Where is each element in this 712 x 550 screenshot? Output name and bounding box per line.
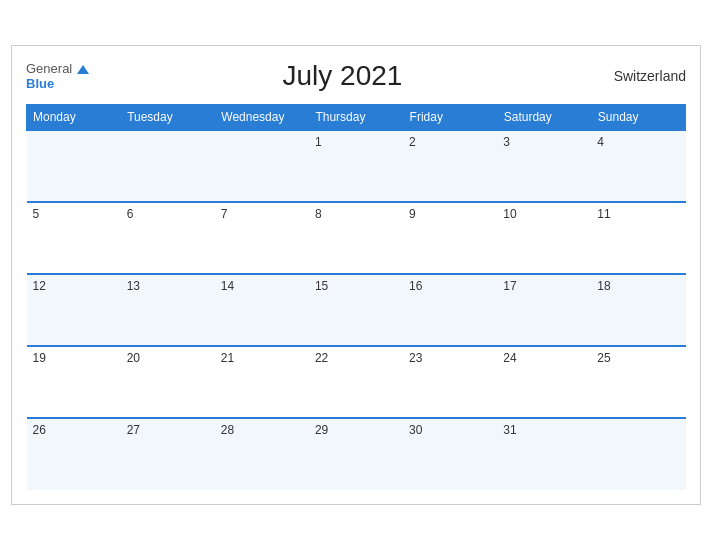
day-number: 8	[315, 207, 322, 221]
day-number: 16	[409, 279, 422, 293]
day-cell	[215, 130, 309, 202]
day-number: 6	[127, 207, 134, 221]
day-number: 14	[221, 279, 234, 293]
day-cell: 5	[27, 202, 121, 274]
day-cell: 6	[121, 202, 215, 274]
week-row-0: 1234	[27, 130, 686, 202]
day-number: 29	[315, 423, 328, 437]
day-cell: 1	[309, 130, 403, 202]
day-cell: 27	[121, 418, 215, 490]
day-number: 2	[409, 135, 416, 149]
day-cell: 24	[497, 346, 591, 418]
day-cell: 22	[309, 346, 403, 418]
day-number: 23	[409, 351, 422, 365]
logo-triangle-icon	[77, 65, 89, 74]
day-cell: 13	[121, 274, 215, 346]
week-row-2: 12131415161718	[27, 274, 686, 346]
week-row-3: 19202122232425	[27, 346, 686, 418]
day-number: 13	[127, 279, 140, 293]
day-number: 25	[597, 351, 610, 365]
weekday-header-saturday: Saturday	[497, 105, 591, 131]
day-number: 27	[127, 423, 140, 437]
day-number: 5	[33, 207, 40, 221]
calendar-table: MondayTuesdayWednesdayThursdayFridaySatu…	[26, 104, 686, 490]
day-cell: 19	[27, 346, 121, 418]
day-number: 26	[33, 423, 46, 437]
week-row-4: 262728293031	[27, 418, 686, 490]
calendar-body: 1234567891011121314151617181920212223242…	[27, 130, 686, 490]
day-cell: 9	[403, 202, 497, 274]
day-cell: 28	[215, 418, 309, 490]
day-cell: 4	[591, 130, 685, 202]
weekday-header-thursday: Thursday	[309, 105, 403, 131]
day-cell: 3	[497, 130, 591, 202]
day-cell: 23	[403, 346, 497, 418]
day-cell: 29	[309, 418, 403, 490]
day-cell: 16	[403, 274, 497, 346]
day-number: 22	[315, 351, 328, 365]
weekday-header-monday: Monday	[27, 105, 121, 131]
weekday-header-row: MondayTuesdayWednesdayThursdayFridaySatu…	[27, 105, 686, 131]
day-cell: 18	[591, 274, 685, 346]
day-number: 31	[503, 423, 516, 437]
weekday-header-friday: Friday	[403, 105, 497, 131]
day-cell: 12	[27, 274, 121, 346]
day-number: 17	[503, 279, 516, 293]
day-cell: 21	[215, 346, 309, 418]
day-number: 3	[503, 135, 510, 149]
day-cell: 25	[591, 346, 685, 418]
day-number: 9	[409, 207, 416, 221]
day-number: 12	[33, 279, 46, 293]
day-number: 15	[315, 279, 328, 293]
day-number: 21	[221, 351, 234, 365]
day-cell: 11	[591, 202, 685, 274]
day-cell	[591, 418, 685, 490]
day-cell: 26	[27, 418, 121, 490]
logo: General Blue	[26, 61, 89, 91]
weekday-header-tuesday: Tuesday	[121, 105, 215, 131]
day-cell: 17	[497, 274, 591, 346]
day-number: 11	[597, 207, 610, 221]
day-cell: 15	[309, 274, 403, 346]
day-number: 10	[503, 207, 516, 221]
logo-text: General Blue	[26, 61, 89, 91]
day-number: 4	[597, 135, 604, 149]
day-cell: 2	[403, 130, 497, 202]
day-cell	[27, 130, 121, 202]
weekday-header-wednesday: Wednesday	[215, 105, 309, 131]
day-number: 19	[33, 351, 46, 365]
day-cell: 8	[309, 202, 403, 274]
day-number: 28	[221, 423, 234, 437]
day-number: 7	[221, 207, 228, 221]
day-number: 24	[503, 351, 516, 365]
week-row-1: 567891011	[27, 202, 686, 274]
logo-general-label: General	[26, 61, 89, 76]
day-cell: 7	[215, 202, 309, 274]
day-cell: 10	[497, 202, 591, 274]
calendar-country: Switzerland	[596, 68, 686, 84]
day-number: 20	[127, 351, 140, 365]
day-cell: 31	[497, 418, 591, 490]
day-cell: 30	[403, 418, 497, 490]
calendar-header: General Blue July 2021 Switzerland	[26, 56, 686, 96]
calendar-title: July 2021	[89, 60, 596, 92]
day-number: 1	[315, 135, 322, 149]
logo-blue-label: Blue	[26, 76, 89, 91]
weekday-header-sunday: Sunday	[591, 105, 685, 131]
logo-general-text: General	[26, 61, 72, 76]
day-cell	[121, 130, 215, 202]
day-cell: 20	[121, 346, 215, 418]
day-number: 30	[409, 423, 422, 437]
calendar: General Blue July 2021 Switzerland Monda…	[11, 45, 701, 505]
day-number: 18	[597, 279, 610, 293]
day-cell: 14	[215, 274, 309, 346]
